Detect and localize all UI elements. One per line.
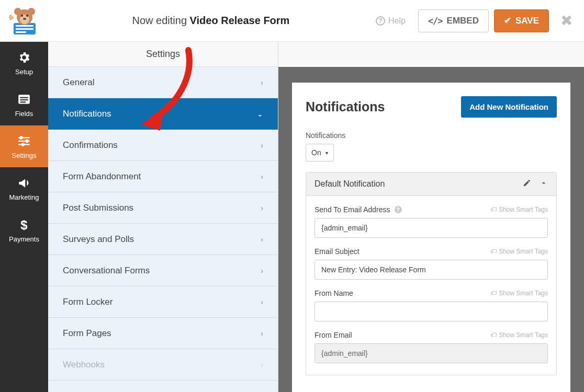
gear-icon — [17, 50, 31, 65]
smart-tags-label: Show Smart Tags — [499, 290, 548, 297]
settings-item-label: Post Submissions — [63, 203, 133, 213]
svg-rect-2 — [16, 28, 33, 30]
settings-item-label: Form Abandonment — [63, 171, 141, 182]
settings-item-webhooks[interactable]: Webhooks› — [48, 349, 278, 381]
smart-tags-link[interactable]: 🏷Show Smart Tags — [490, 290, 548, 297]
settings-item-label: Form Locker — [63, 297, 113, 307]
chevron-down-icon: ▾ — [325, 150, 328, 156]
app-logo — [6, 5, 43, 37]
send-to-input[interactable] — [315, 218, 548, 238]
rail-marketing[interactable]: Marketing — [0, 167, 48, 209]
from-email-input[interactable] — [315, 343, 548, 363]
panel-title: Notifications — [306, 99, 385, 114]
smart-tags-label: Show Smart Tags — [499, 206, 548, 213]
help-label: Help — [388, 16, 406, 26]
collapse-button[interactable] — [540, 179, 548, 189]
chevron-right-icon: › — [261, 329, 263, 338]
smart-tags-link[interactable]: 🏷Show Smart Tags — [490, 331, 548, 339]
settings-item-label: Surveys and Polls — [63, 234, 134, 245]
svg-rect-12 — [20, 97, 28, 98]
smart-tags-link[interactable]: 🏷Show Smart Tags — [490, 206, 548, 213]
sliders-icon — [17, 134, 31, 148]
embed-button[interactable]: </> EMBED — [418, 9, 489, 32]
chevron-right-icon: › — [261, 298, 263, 306]
card-title: Default Notification — [315, 179, 514, 189]
chevron-right-icon: › — [261, 267, 263, 275]
svg-point-18 — [19, 136, 23, 140]
settings-item-label: Conversational Forms — [63, 266, 150, 276]
tag-icon: 🏷 — [490, 290, 497, 297]
settings-list: General› Notifications⌄ Confirmations› F… — [48, 67, 278, 392]
svg-point-9 — [26, 15, 28, 17]
settings-item-notifications[interactable]: Notifications⌄ — [48, 98, 278, 130]
settings-item-confirmations[interactable]: Confirmations› — [48, 130, 278, 161]
svg-point-10 — [23, 18, 26, 20]
top-bar: Now editing Video Release Form ? Help </… — [0, 0, 584, 42]
rail-fields-label: Fields — [15, 110, 33, 118]
settings-column: Settings General› Notifications⌄ Confirm… — [48, 42, 278, 392]
chevron-right-icon: › — [261, 235, 263, 244]
settings-item-label: Webhooks — [63, 360, 105, 370]
tag-icon: 🏷 — [490, 331, 497, 339]
chevron-down-icon: ⌄ — [257, 110, 263, 118]
notifications-toggle[interactable]: On ▾ — [306, 144, 334, 162]
rail-setup-label: Setup — [15, 68, 33, 76]
now-editing-label: Now editing — [132, 15, 187, 26]
chevron-right-icon: › — [261, 78, 263, 87]
rail-settings[interactable]: Settings — [0, 125, 48, 167]
bullhorn-icon — [17, 176, 31, 190]
toggle-value: On — [311, 148, 321, 157]
settings-item-form-pages[interactable]: Form Pages› — [48, 318, 278, 349]
close-button[interactable]: ✖ — [560, 12, 572, 29]
add-notification-button[interactable]: Add New Notification — [461, 96, 557, 118]
from-email-label: From Email — [315, 331, 352, 339]
editing-title: Now editing Video Release Form — [53, 15, 368, 27]
settings-item-general[interactable]: General› — [48, 67, 278, 98]
sidebar-rail: Setup Fields Settings Marketing $ Paymen… — [0, 42, 48, 392]
edit-button[interactable] — [523, 179, 531, 189]
settings-item-form-abandonment[interactable]: Form Abandonment› — [48, 161, 278, 192]
notifications-panel: Notifications Add New Notification Notif… — [292, 83, 570, 392]
settings-item-conversational-forms[interactable]: Conversational Forms› — [48, 255, 278, 286]
rail-payments-label: Payments — [9, 235, 39, 243]
notification-card: Default Notification Send To Email Addre… — [306, 172, 557, 375]
settings-item-post-submissions[interactable]: Post Submissions› — [48, 192, 278, 224]
svg-point-8 — [21, 15, 23, 17]
chevron-up-icon — [540, 179, 548, 187]
settings-item-surveys-polls[interactable]: Surveys and Polls› — [48, 224, 278, 255]
svg-point-20 — [21, 143, 25, 146]
rail-payments[interactable]: $ Payments — [0, 209, 48, 251]
rail-settings-label: Settings — [12, 152, 37, 159]
help-link[interactable]: ? Help — [376, 16, 406, 26]
svg-point-19 — [25, 139, 28, 143]
svg-rect-13 — [20, 99, 28, 100]
pencil-icon — [523, 179, 531, 187]
from-name-label: From Name — [315, 289, 353, 297]
list-icon — [17, 92, 31, 107]
rail-setup[interactable]: Setup — [0, 42, 48, 84]
chevron-right-icon: › — [261, 204, 263, 212]
help-icon: ? — [376, 16, 385, 26]
settings-item-form-locker[interactable]: Form Locker› — [48, 286, 278, 318]
svg-point-6 — [28, 8, 35, 15]
settings-item-label: Notifications — [63, 109, 111, 119]
dollar-icon: $ — [17, 217, 31, 232]
help-icon[interactable]: ? — [395, 206, 402, 213]
chevron-right-icon: › — [261, 361, 263, 369]
smart-tags-link[interactable]: 🏷Show Smart Tags — [490, 248, 548, 255]
settings-heading: Settings — [48, 42, 278, 67]
card-header: Default Notification — [306, 172, 556, 196]
svg-point-5 — [14, 8, 21, 15]
chevron-right-icon: › — [261, 172, 263, 181]
save-button[interactable]: ✔ SAVE — [494, 9, 549, 32]
settings-item-label: General — [63, 77, 94, 88]
svg-rect-3 — [16, 31, 26, 33]
from-name-input[interactable] — [315, 302, 548, 321]
send-to-label: Send To Email Address? — [315, 205, 402, 214]
tag-icon: 🏷 — [490, 248, 497, 255]
subject-label: Email Subject — [315, 247, 360, 256]
svg-rect-14 — [20, 101, 26, 102]
rail-fields[interactable]: Fields — [0, 84, 48, 125]
subject-input[interactable] — [315, 260, 548, 280]
settings-item-label: Confirmations — [63, 140, 118, 151]
